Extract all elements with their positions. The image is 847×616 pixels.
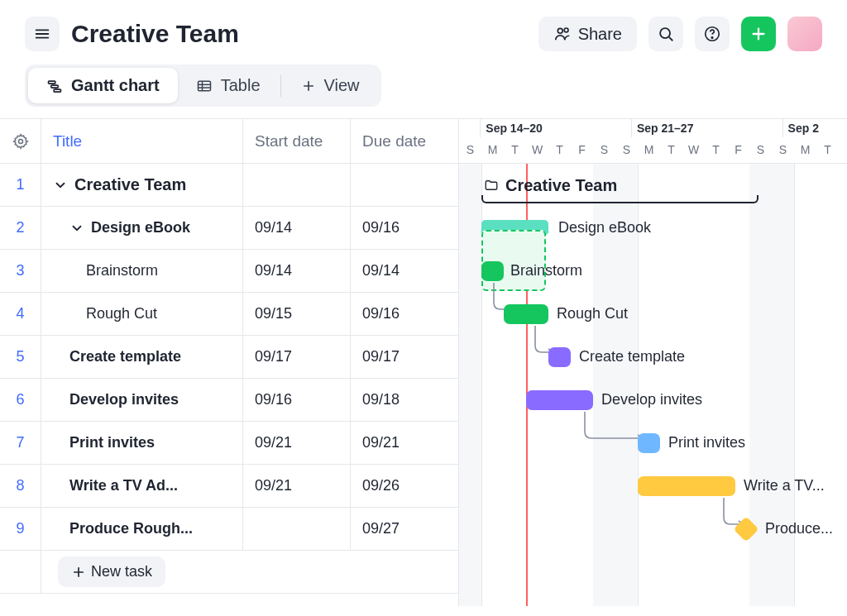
gantt-bar-write-tv[interactable] [638, 476, 735, 496]
row-title-text: Brainstorm [86, 262, 158, 279]
new-task-button[interactable]: New task [58, 556, 165, 587]
svg-point-8 [711, 37, 713, 39]
row-start[interactable]: 09/15 [243, 293, 351, 335]
task-table: Title Start date Due date 1 Creative Tea… [0, 119, 459, 606]
gantt-bar-label: Produce... [765, 520, 833, 537]
table-row[interactable]: 4 Rough Cut 09/15 09/16 [0, 293, 458, 336]
table-row[interactable]: 7 Print invites 09/21 09/21 [0, 422, 458, 465]
row-start[interactable] [243, 508, 351, 550]
svg-line-6 [669, 37, 672, 41]
row-title[interactable]: Produce Rough... [41, 508, 243, 550]
row-due[interactable]: 09/16 [351, 293, 458, 335]
row-due[interactable]: 09/18 [351, 379, 458, 421]
table-row[interactable]: 2 Design eBook 09/14 09/16 [0, 207, 458, 250]
row-start[interactable]: 09/21 [243, 422, 351, 464]
day-cell: S [615, 143, 638, 156]
gantt-bar-label: Develop invites [601, 391, 702, 408]
day-cell: S [749, 143, 772, 156]
tab-add-view[interactable]: View [283, 68, 378, 103]
tab-gantt[interactable]: Gantt chart [28, 68, 178, 103]
search-button[interactable] [648, 17, 683, 51]
day-cell: F [727, 143, 749, 156]
gantt-bar-rough-cut[interactable] [504, 304, 548, 324]
day-cell: M [638, 143, 660, 156]
row-number: 5 [0, 336, 41, 378]
gantt-bar-brainstorm[interactable] [481, 261, 504, 281]
avatar[interactable] [787, 17, 822, 51]
group-bracket [481, 195, 758, 203]
dependency-arrow [583, 412, 646, 445]
gantt-bar-print-invites[interactable] [638, 433, 660, 453]
row-start[interactable]: 09/21 [243, 465, 351, 507]
row-title[interactable]: Print invites [41, 422, 243, 464]
day-cell: T [816, 143, 839, 156]
gear-icon [12, 133, 29, 150]
row-title[interactable]: Design eBook [41, 207, 243, 249]
row-title-text: Rough Cut [86, 305, 157, 322]
gantt-bar-label: Design eBook [558, 219, 651, 236]
row-due[interactable]: 09/16 [351, 207, 458, 249]
help-button[interactable] [695, 17, 730, 51]
share-button[interactable]: Share [538, 17, 637, 51]
table-row[interactable]: 3 Brainstorm 09/14 09/14 [0, 250, 458, 293]
table-row[interactable]: 8 Write a TV Ad... 09/21 09/26 [0, 465, 458, 508]
gantt-header: Sep 14–20 Sep 21–27 Sep 2 S M T W T F S … [459, 119, 847, 164]
row-due[interactable]: 09/17 [351, 336, 458, 378]
gantt-body[interactable]: Creative Team Design eBook Brainstorm Ro… [459, 164, 847, 606]
row-start[interactable]: 09/17 [243, 336, 351, 378]
gantt-days: S M T W T F S S M T W T F S S M T [459, 137, 847, 163]
menu-button[interactable] [25, 17, 60, 51]
plus-icon [301, 79, 316, 93]
gantt-selection-box [481, 230, 546, 291]
row-title[interactable]: Write a TV Ad... [41, 465, 243, 507]
row-title-text: Develop invites [69, 391, 179, 408]
row-due[interactable]: 09/14 [351, 250, 458, 292]
gantt-group-label: Creative Team [484, 176, 617, 195]
week-cell-lead [459, 119, 481, 137]
gantt-bar-develop-invites[interactable] [526, 390, 593, 410]
row-title[interactable]: Rough Cut [41, 293, 243, 335]
row-number: 7 [0, 422, 41, 464]
help-icon [703, 25, 721, 43]
gantt-bar-create-template[interactable] [548, 347, 571, 367]
row-title[interactable]: Create template [41, 336, 243, 378]
table-row[interactable]: 1 Creative Team [0, 164, 458, 207]
new-task-label: New task [91, 563, 152, 580]
row-title[interactable]: Brainstorm [41, 250, 243, 292]
column-start-header[interactable]: Start date [243, 119, 351, 163]
row-number: 4 [0, 293, 41, 335]
gantt-bar-label: Brainstorm [510, 262, 582, 279]
column-settings[interactable] [0, 119, 41, 163]
row-title-text: Produce Rough... [69, 520, 193, 537]
row-due[interactable]: 09/27 [351, 508, 458, 550]
table-icon [196, 78, 213, 94]
table-row[interactable]: 6 Develop invites 09/16 09/18 [0, 379, 458, 422]
people-icon [553, 25, 572, 43]
row-start[interactable] [243, 164, 351, 206]
gantt-bar-label: Rough Cut [557, 305, 628, 322]
tab-gantt-label: Gantt chart [71, 76, 160, 95]
svg-point-4 [564, 28, 568, 32]
add-button[interactable] [741, 17, 776, 51]
plus-icon [71, 565, 86, 580]
row-title[interactable]: Develop invites [41, 379, 243, 421]
table-header: Title Start date Due date [0, 119, 458, 164]
gantt-bar-label: Write a TV... [744, 477, 825, 494]
row-number: 3 [0, 250, 41, 292]
row-title-text: Print invites [69, 434, 155, 451]
row-title-text: Write a TV Ad... [69, 477, 178, 494]
column-title-header[interactable]: Title [41, 119, 243, 163]
table-row[interactable]: 9 Produce Rough... 09/27 [0, 508, 458, 551]
row-due[interactable]: 09/21 [351, 422, 458, 464]
table-row[interactable]: 5 Create template 09/17 09/17 [0, 336, 458, 379]
row-title[interactable]: Creative Team [41, 164, 243, 206]
row-due[interactable]: 09/26 [351, 465, 458, 507]
gantt-chart[interactable]: Sep 14–20 Sep 21–27 Sep 2 S M T W T F S … [459, 119, 847, 606]
day-cell: M [481, 143, 504, 156]
column-due-header[interactable]: Due date [351, 119, 458, 163]
row-start[interactable]: 09/14 [243, 250, 351, 292]
row-start[interactable]: 09/16 [243, 379, 351, 421]
row-due[interactable] [351, 164, 458, 206]
row-start[interactable]: 09/14 [243, 207, 351, 249]
tab-table[interactable]: Table [178, 68, 279, 103]
